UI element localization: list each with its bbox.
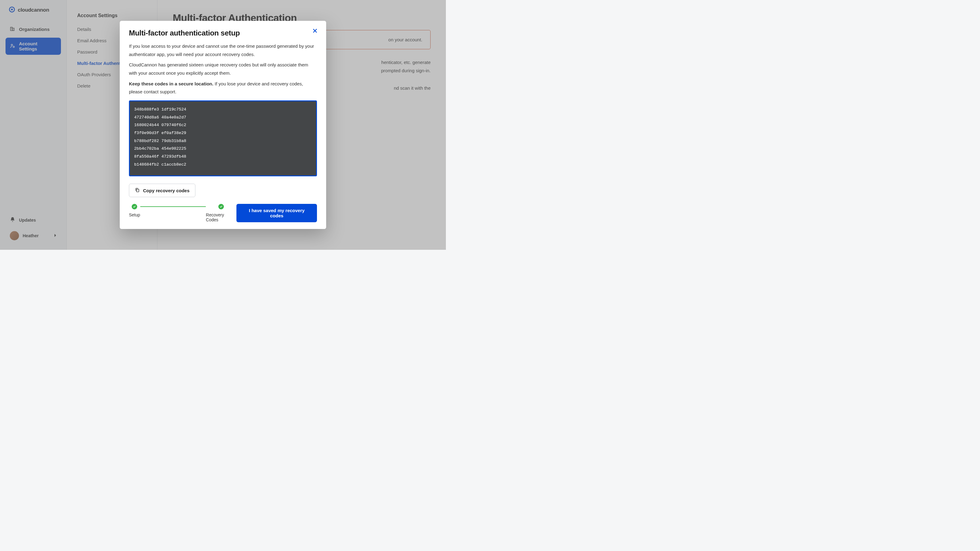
modal-paragraph-3-strong: Keep these codes in a secure location. [129, 81, 213, 86]
modal-paragraph-1: If you lose access to your device and ca… [129, 42, 317, 59]
setup-stepper: Setup Recovery Codes [129, 204, 236, 222]
modal-paragraph-3: Keep these codes in a secure location. I… [129, 80, 317, 96]
step-recovery-codes: Recovery Codes [206, 204, 236, 222]
confirm-saved-codes-button[interactable]: I have saved my recovery codes [236, 204, 317, 222]
modal-overlay[interactable]: Multi-factor authentication setup If you… [0, 0, 446, 250]
copy-icon [135, 187, 140, 194]
step-label-2: Recovery Codes [206, 213, 236, 222]
copy-button-label: Copy recovery codes [143, 188, 189, 193]
step-complete-icon [218, 204, 224, 210]
step-label-1: Setup [129, 213, 140, 218]
modal-footer: Setup Recovery Codes I have saved my rec… [129, 204, 317, 222]
step-setup: Setup [129, 204, 140, 218]
copy-recovery-codes-button[interactable]: Copy recovery codes [129, 184, 196, 197]
mfa-setup-modal: Multi-factor authentication setup If you… [120, 21, 326, 229]
step-complete-icon [132, 204, 137, 210]
recovery-codes-textarea[interactable] [129, 100, 317, 176]
close-button[interactable] [312, 28, 318, 35]
svg-rect-6 [137, 189, 139, 192]
modal-paragraph-2: CloudCannon has generated sixteen unique… [129, 61, 317, 77]
close-icon [313, 29, 317, 34]
modal-title: Multi-factor authentication setup [129, 29, 317, 37]
step-connector [140, 206, 206, 207]
